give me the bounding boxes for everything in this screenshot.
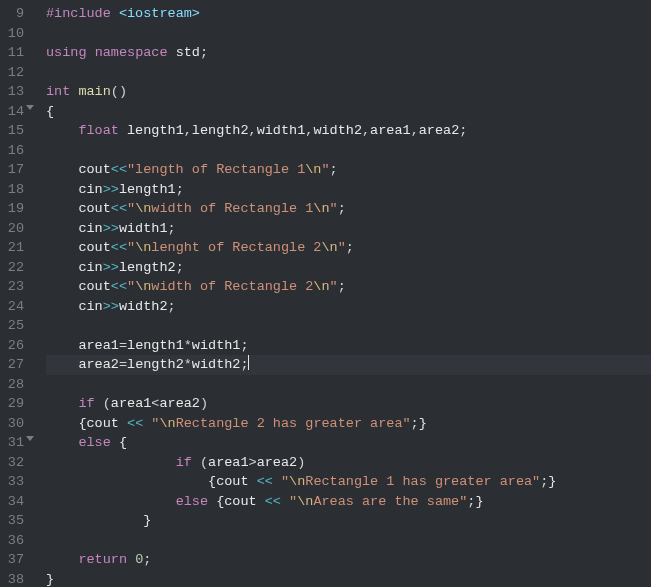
token-pn: ; [168, 299, 176, 314]
token-id [46, 416, 78, 431]
token-fn: main [78, 84, 110, 99]
token-id [46, 123, 78, 138]
token-pn: ( [200, 455, 208, 470]
code-line[interactable]: else {cout << "\nAreas are the same";} [46, 492, 651, 512]
token-br: { [78, 416, 86, 431]
code-line[interactable] [46, 375, 651, 395]
code-line[interactable]: float length1,length2,width1,width2,area… [46, 121, 651, 141]
line-number: 22 [6, 258, 24, 278]
code-line[interactable] [46, 24, 651, 44]
code-line[interactable]: if (area1<area2) [46, 394, 651, 414]
token-pn: ; [459, 123, 467, 138]
line-number: 35 [6, 511, 24, 531]
token-id: cin [46, 299, 103, 314]
token-esc: \n [135, 201, 151, 216]
token-id: width1 [257, 123, 306, 138]
code-line[interactable]: } [46, 570, 651, 588]
token-pn: ; [200, 45, 208, 60]
line-number: 16 [6, 141, 24, 161]
code-line[interactable] [46, 141, 651, 161]
code-line[interactable]: int main() [46, 82, 651, 102]
token-esc: \n [159, 416, 175, 431]
token-id [87, 45, 95, 60]
code-line[interactable]: cout<<"\nlenght of Rectangle 2\n"; [46, 238, 651, 258]
code-line[interactable]: if (area1>area2) [46, 453, 651, 473]
code-line[interactable]: return 0; [46, 550, 651, 570]
code-line[interactable]: } [46, 511, 651, 531]
token-id: std [168, 45, 200, 60]
token-str: Rectangle 2 has greater area" [176, 416, 411, 431]
token-id: length2 [119, 260, 176, 275]
token-op: = [119, 357, 127, 372]
line-number: 9 [6, 4, 24, 24]
token-k: else [78, 435, 110, 450]
code-line[interactable]: else { [46, 433, 651, 453]
code-line[interactable]: {cout << "\nRectangle 2 has greater area… [46, 414, 651, 434]
line-number: 24 [6, 297, 24, 317]
code-line[interactable]: cout<<"length of Rectangle 1\n"; [46, 160, 651, 180]
code-line[interactable]: cin>>width1; [46, 219, 651, 239]
token-str: " [281, 474, 289, 489]
code-line[interactable]: cin>>width2; [46, 297, 651, 317]
token-ty: int [46, 84, 70, 99]
code-line[interactable]: #include <iostream> [46, 4, 651, 24]
token-str: " [127, 240, 135, 255]
token-id: length1 [127, 338, 184, 353]
token-id [95, 396, 103, 411]
token-id [281, 494, 289, 509]
line-number: 34 [6, 492, 24, 512]
token-shift: >> [103, 182, 119, 197]
token-id: width1 [192, 338, 241, 353]
code-editor-area[interactable]: #include <iostream> using namespace std;… [34, 0, 651, 587]
token-br: } [419, 416, 427, 431]
code-line[interactable]: using namespace std; [46, 43, 651, 63]
code-line[interactable] [46, 531, 651, 551]
fold-icon[interactable] [26, 436, 34, 441]
token-id [273, 474, 281, 489]
code-line[interactable] [46, 316, 651, 336]
line-number: 21 [6, 238, 24, 258]
fold-icon[interactable] [26, 105, 34, 110]
token-id: cout [46, 162, 111, 177]
token-pn: ; [411, 416, 419, 431]
token-esc: \n [313, 279, 329, 294]
text-cursor [248, 355, 249, 370]
line-number: 25 [6, 316, 24, 336]
token-str: lenght of Rectangle 2 [151, 240, 321, 255]
line-number: 15 [6, 121, 24, 141]
line-number: 23 [6, 277, 24, 297]
token-br: } [475, 494, 483, 509]
code-line[interactable]: cout<<"\nwidth of Rectangle 1\n"; [46, 199, 651, 219]
line-number: 10 [6, 24, 24, 44]
code-line[interactable] [46, 63, 651, 83]
code-line[interactable]: cin>>length2; [46, 258, 651, 278]
line-number-gutter: 9101112131415161718192021222324252627282… [0, 0, 34, 587]
token-pp: #include [46, 6, 119, 21]
line-number: 11 [6, 43, 24, 63]
code-line[interactable]: { [46, 102, 651, 122]
token-pn: , [411, 123, 419, 138]
token-k: using [46, 45, 87, 60]
code-line[interactable]: {cout << "\nRectangle 1 has greater area… [46, 472, 651, 492]
line-number: 38 [6, 570, 24, 588]
token-shift: << [265, 494, 281, 509]
token-id: area1 [46, 338, 119, 353]
code-line[interactable]: area2=length2*width2; [46, 355, 651, 375]
token-op: * [184, 338, 192, 353]
line-number: 31 [6, 433, 24, 453]
token-inc: <iostream> [119, 6, 200, 21]
token-id: width2 [119, 299, 168, 314]
token-id [46, 435, 78, 450]
token-id: area2 [46, 357, 119, 372]
token-id: width2 [313, 123, 362, 138]
token-id [46, 396, 78, 411]
code-line[interactable]: cin>>length1; [46, 180, 651, 200]
code-line[interactable]: cout<<"\nwidth of Rectangle 2\n"; [46, 277, 651, 297]
code-line[interactable]: area1=length1*width1; [46, 336, 651, 356]
token-k: if [78, 396, 94, 411]
token-pn: ; [176, 260, 184, 275]
token-id [192, 455, 200, 470]
token-id: cin [46, 221, 103, 236]
token-str: "length of Rectangle 1 [127, 162, 305, 177]
token-pn: , [249, 123, 257, 138]
